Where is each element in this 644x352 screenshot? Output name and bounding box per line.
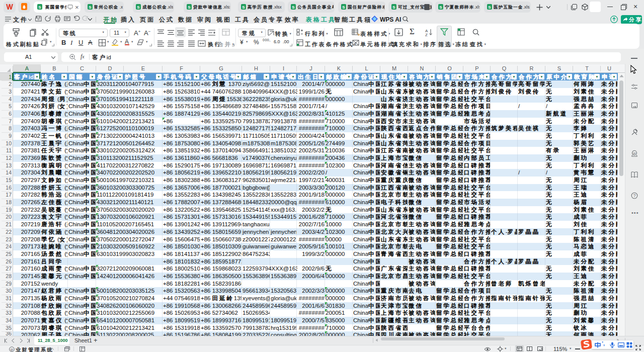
svg-text:S: S — [292, 5, 295, 10]
svg-text:S: S — [488, 5, 491, 10]
svg-text:S: S — [89, 5, 92, 10]
svg-text:S: S — [392, 5, 395, 10]
svg-text:S: S — [242, 5, 245, 10]
svg-text:?: ? — [633, 193, 636, 198]
svg-text:Z: Z — [425, 33, 428, 36]
svg-text:S: S — [439, 5, 442, 10]
svg-text:S: S — [38, 5, 41, 10]
svg-text:@: @ — [10, 348, 13, 351]
svg-text:S: S — [137, 5, 140, 10]
svg-text:S: S — [342, 5, 345, 10]
svg-text:S: S — [188, 5, 191, 10]
svg-text:W: W — [633, 152, 636, 155]
